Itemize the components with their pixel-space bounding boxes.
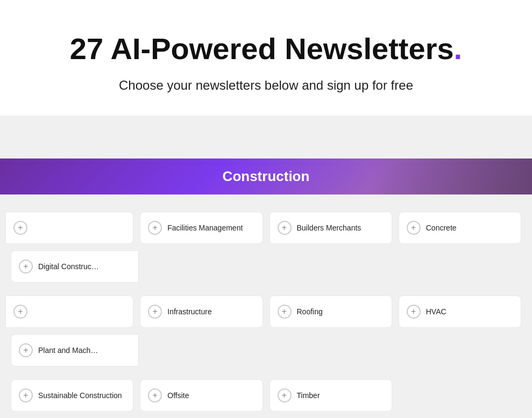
newsletter-card-offsite[interactable]: + Offsite bbox=[140, 379, 263, 412]
newsletter-card-concrete[interactable]: + Concrete bbox=[399, 212, 521, 244]
card-label-concrete: Concrete bbox=[426, 224, 457, 232]
construction-banner-title: Construction bbox=[11, 168, 521, 185]
newsletter-card-builders-merchants[interactable]: + Builders Merchants bbox=[269, 212, 392, 244]
newsletter-card-digital-construction[interactable]: + Digital Construc… bbox=[11, 250, 139, 283]
newsletter-card-facilities-management[interactable]: + Facilities Management bbox=[140, 212, 263, 244]
card-label-builders-merchants: Builders Merchants bbox=[297, 224, 361, 232]
hero-section: 27 AI-Powered Newsletters. Choose your n… bbox=[0, 0, 532, 116]
plus-icon: + bbox=[13, 305, 27, 319]
plus-icon: + bbox=[407, 305, 421, 319]
card-label-offsite: Offsite bbox=[167, 391, 189, 400]
plus-icon: + bbox=[19, 260, 33, 273]
plus-icon: + bbox=[19, 388, 33, 402]
card-label-plant-machinery: Plant and Mach… bbox=[38, 346, 98, 355]
card-label-infrastructure: Infrastructure bbox=[167, 307, 211, 316]
plus-icon: + bbox=[278, 305, 292, 319]
hero-title-text: 27 AI-Powered Newsletters bbox=[70, 32, 454, 66]
accent-dot: . bbox=[454, 32, 463, 66]
newsletter-grid-section: + + Facilities Management + Builders Mer… bbox=[0, 194, 532, 418]
newsletter-card-infrastructure[interactable]: + Infrastructure bbox=[140, 296, 263, 328]
newsletter-card-partial-1[interactable]: + bbox=[5, 212, 133, 244]
construction-section: Construction + + Facilities Management +… bbox=[0, 158, 532, 418]
plus-icon: + bbox=[148, 221, 162, 235]
plus-icon: + bbox=[278, 388, 292, 402]
card-label-timber: Timber bbox=[297, 391, 320, 400]
newsletter-card-sustainable-construction[interactable]: + Sustainable Construction bbox=[11, 379, 133, 412]
newsletter-card-timber[interactable]: + Timber bbox=[269, 379, 392, 412]
plus-icon: + bbox=[19, 343, 33, 357]
hero-title: 27 AI-Powered Newsletters. bbox=[11, 32, 521, 66]
newsletter-grid-row3: + Sustainable Construction + Offsite + T… bbox=[0, 373, 532, 418]
newsletter-card-plant-machinery[interactable]: + Plant and Mach… bbox=[11, 334, 139, 366]
card-label-digital-construction: Digital Construc… bbox=[38, 262, 99, 271]
card-label-sustainable-construction: Sustainable Construction bbox=[38, 391, 122, 400]
plus-icon: + bbox=[148, 388, 162, 402]
card-label-hvac: HVAC bbox=[426, 307, 446, 316]
card-label-facilities-management: Facilities Management bbox=[167, 224, 243, 232]
plus-icon: + bbox=[13, 221, 27, 235]
newsletter-grid-row2: + + Infrastructure + Roofing + HVAC bbox=[0, 289, 532, 373]
card-label-roofing: Roofing bbox=[297, 307, 323, 316]
gray-spacer bbox=[0, 116, 532, 158]
plus-icon: + bbox=[407, 221, 421, 235]
newsletter-card-hvac[interactable]: + HVAC bbox=[399, 296, 521, 328]
newsletter-card-partial-2[interactable]: + bbox=[5, 296, 133, 328]
plus-icon: + bbox=[278, 221, 292, 235]
newsletter-card-roofing[interactable]: + Roofing bbox=[269, 296, 392, 328]
hero-subtitle: Choose your newsletters below and sign u… bbox=[11, 76, 521, 95]
plus-icon: + bbox=[148, 305, 162, 319]
newsletter-grid-row1: + + Facilities Management + Builders Mer… bbox=[0, 205, 532, 289]
construction-banner: Construction bbox=[0, 158, 532, 194]
